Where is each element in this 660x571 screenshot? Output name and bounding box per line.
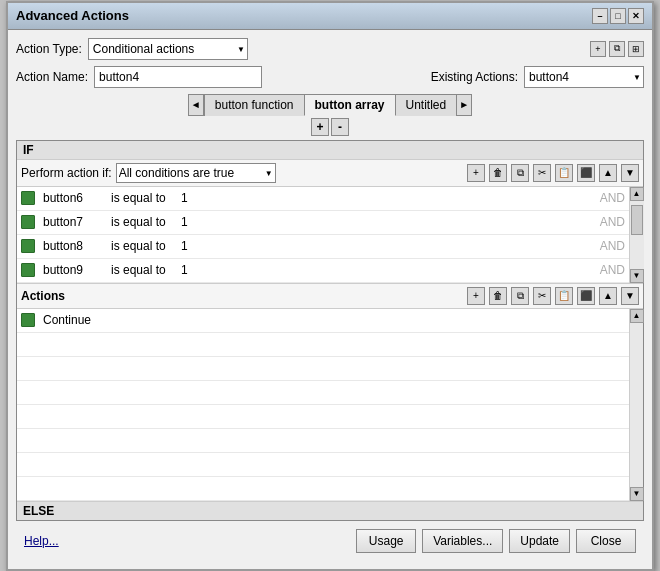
cond-check-1 — [17, 191, 39, 205]
actions-label: Actions — [21, 289, 240, 303]
advanced-actions-dialog: Advanced Actions – □ ✕ Action Type: Cond… — [6, 1, 654, 571]
perform-select-box[interactable]: All conditions are true ▼ — [116, 163, 276, 183]
action-type-select[interactable]: Conditional actions — [93, 42, 211, 56]
cond-scroll-thumb — [631, 205, 643, 235]
bottom-buttons: Help... Usage Variables... Update Close — [16, 521, 644, 561]
cond-val-1: 1 — [179, 191, 591, 205]
conditions-rows: button6 is equal to 1 AND button7 is equ… — [17, 187, 629, 283]
condition-row-4: button9 is equal to 1 AND — [17, 259, 629, 283]
cond-scroll-down[interactable]: ▼ — [630, 269, 644, 283]
tab-left-arrow[interactable]: ◄ — [188, 94, 204, 116]
main-panel: IF Perform action if: All conditions are… — [16, 140, 644, 521]
cond-check-3 — [17, 239, 39, 253]
existing-actions-select-box[interactable]: button4 ▼ — [524, 66, 644, 88]
action-empty-1 — [17, 333, 629, 357]
cond-name-1: button6 — [39, 191, 109, 205]
action-name-row: Action Name: Existing Actions: button4 ▼ — [16, 66, 644, 88]
act-up-btn[interactable]: ▲ — [599, 287, 617, 305]
cond-copy-btn[interactable]: ⧉ — [511, 164, 529, 182]
act-move-btn[interactable]: ⬛ — [577, 287, 595, 305]
conditions-toolbar: Perform action if: All conditions are tr… — [17, 160, 643, 187]
cond-and-3: AND — [591, 239, 629, 253]
help-link[interactable]: Help... — [24, 534, 59, 548]
cond-name-4: button9 — [39, 263, 109, 277]
action-empty-6 — [17, 453, 629, 477]
cond-and-2: AND — [591, 215, 629, 229]
act-down-btn[interactable]: ▼ — [621, 287, 639, 305]
if-section-header: IF — [17, 141, 643, 160]
actions-content: Continue ▲ ▼ — [17, 309, 643, 501]
action-name-label: Action Name: — [16, 70, 88, 84]
duplicate-action-button[interactable]: ⧉ — [609, 41, 625, 57]
actions-rows: Continue — [17, 309, 629, 501]
add-tab-button[interactable]: + — [311, 118, 329, 136]
existing-actions-label: Existing Actions: — [431, 70, 518, 84]
action-type-row: Action Type: Conditional actions ▼ + ⧉ ⊞ — [16, 38, 644, 60]
cond-del-btn[interactable]: 🗑 — [489, 164, 507, 182]
action-empty-2 — [17, 357, 629, 381]
act-copy-btn[interactable]: ⧉ — [511, 287, 529, 305]
cond-op-2: is equal to — [109, 215, 179, 229]
action-name-input[interactable] — [94, 66, 262, 88]
action-empty-4 — [17, 405, 629, 429]
perform-label: Perform action if: — [21, 166, 112, 180]
dialog-body: Action Type: Conditional actions ▼ + ⧉ ⊞… — [8, 30, 652, 569]
usage-button[interactable]: Usage — [356, 529, 416, 553]
action-type-select-box[interactable]: Conditional actions ▼ — [88, 38, 248, 60]
action-row-1: Continue — [17, 309, 629, 333]
cond-check-2 — [17, 215, 39, 229]
tab-untitled[interactable]: Untitled — [395, 94, 458, 116]
cond-name-2: button7 — [39, 215, 109, 229]
cond-green-box-1 — [21, 191, 35, 205]
cond-green-box-4 — [21, 263, 35, 277]
cond-op-1: is equal to — [109, 191, 179, 205]
perform-select[interactable]: All conditions are true — [119, 166, 249, 180]
cond-green-box-3 — [21, 239, 35, 253]
cond-val-4: 1 — [179, 263, 591, 277]
remove-tab-button[interactable]: - — [331, 118, 349, 136]
maximize-button[interactable]: □ — [610, 8, 626, 24]
condition-row-1: button6 is equal to 1 AND — [17, 187, 629, 211]
cond-down-btn[interactable]: ▼ — [621, 164, 639, 182]
condition-row-3: button8 is equal to 1 AND — [17, 235, 629, 259]
cond-paste-btn[interactable]: 📋 — [555, 164, 573, 182]
cond-up-btn[interactable]: ▲ — [599, 164, 617, 182]
conditions-content: button6 is equal to 1 AND button7 is equ… — [17, 187, 643, 283]
minimize-button[interactable]: – — [592, 8, 608, 24]
conditions-scrollbar[interactable]: ▲ ▼ — [629, 187, 643, 283]
dialog-title: Advanced Actions — [16, 8, 129, 23]
actions-toolbar: Actions + 🗑 ⧉ ✂ 📋 ⬛ ▲ ▼ — [17, 284, 643, 309]
cond-add-btn[interactable]: + — [467, 164, 485, 182]
cond-val-2: 1 — [179, 215, 591, 229]
close-title-button[interactable]: ✕ — [628, 8, 644, 24]
act-del-btn[interactable]: 🗑 — [489, 287, 507, 305]
existing-actions-arrow-icon: ▼ — [633, 72, 641, 81]
cond-val-3: 1 — [179, 239, 591, 253]
tab-button-function[interactable]: button function — [204, 94, 305, 116]
cond-scroll-track — [630, 201, 644, 269]
cond-cut-btn[interactable]: ✂ — [533, 164, 551, 182]
close-button[interactable]: Close — [576, 529, 636, 553]
cond-move-btn[interactable]: ⬛ — [577, 164, 595, 182]
new-action-button[interactable]: + — [590, 41, 606, 57]
update-button[interactable]: Update — [509, 529, 570, 553]
tab-right-arrow[interactable]: ► — [456, 94, 472, 116]
cond-name-3: button8 — [39, 239, 109, 253]
act-scroll-up[interactable]: ▲ — [630, 309, 644, 323]
act-cut-btn[interactable]: ✂ — [533, 287, 551, 305]
else-bar: ELSE — [17, 501, 643, 520]
cond-and-1: AND — [591, 191, 629, 205]
act-paste-btn[interactable]: 📋 — [555, 287, 573, 305]
tab-button-array[interactable]: button array — [304, 94, 396, 116]
action-empty-7 — [17, 477, 629, 501]
action-name-1: Continue — [39, 313, 629, 327]
act-add-btn[interactable]: + — [467, 287, 485, 305]
variables-button[interactable]: Variables... — [422, 529, 503, 553]
cond-scroll-up[interactable]: ▲ — [630, 187, 644, 201]
actions-scrollbar[interactable]: ▲ ▼ — [629, 309, 643, 501]
layout-button[interactable]: ⊞ — [628, 41, 644, 57]
tab-controls: + - — [16, 118, 644, 136]
action-empty-3 — [17, 381, 629, 405]
existing-actions-select[interactable]: button4 — [529, 70, 586, 84]
act-scroll-down[interactable]: ▼ — [630, 487, 644, 501]
